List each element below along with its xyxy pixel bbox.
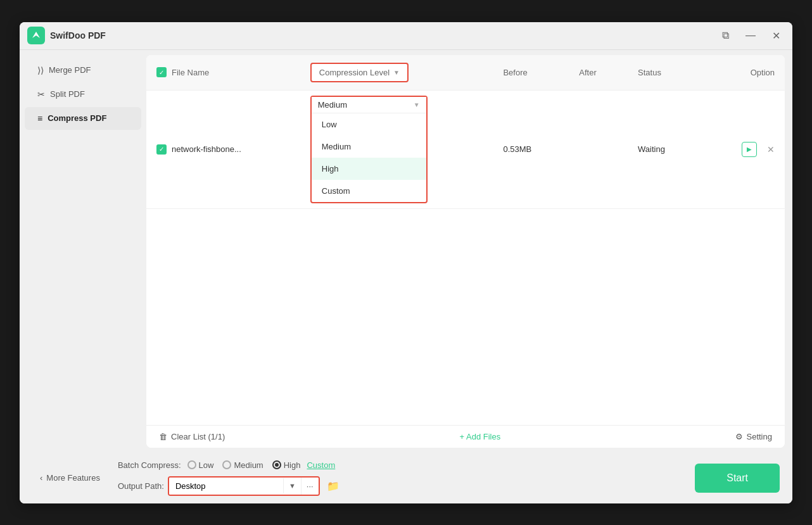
close-button[interactable]: ✕: [767, 27, 785, 44]
radio-circle-high: [272, 460, 281, 469]
footer-area: ‹ More Features Batch Compress: Low Medi…: [20, 453, 792, 503]
radio-high[interactable]: High: [272, 460, 301, 470]
split-icon: ✂: [37, 89, 45, 99]
cell-status: Waiting: [628, 90, 702, 208]
th-after: After: [569, 55, 628, 91]
chevron-left-icon: ‹: [40, 473, 42, 483]
custom-link[interactable]: Custom: [307, 460, 335, 470]
radio-group: Low Medium High: [187, 460, 301, 470]
radio-circle-medium: [222, 460, 231, 469]
merge-icon: ⟩⟩: [37, 65, 44, 75]
radio-low[interactable]: Low: [187, 460, 214, 470]
bottom-bar: 🗑 Clear List (1/1) + Add Files ⚙ Setting: [146, 425, 785, 448]
sidebar-item-split-pdf[interactable]: ✂ Split PDF: [25, 83, 141, 106]
start-button[interactable]: Start: [695, 464, 780, 493]
radio-medium[interactable]: Medium: [222, 460, 263, 470]
th-compression: Compression Level ▼: [310, 55, 493, 91]
app-logo: [27, 27, 45, 44]
sidebar-item-compress-pdf[interactable]: ≡ Compress PDF: [25, 107, 141, 130]
window-controls: ⧉ — ✕: [716, 27, 785, 44]
th-status: Status: [628, 55, 702, 91]
more-features-button[interactable]: ‹ More Features: [32, 468, 108, 488]
app-window: SwifDoo PDF ⧉ — ✕ ⟩⟩ Merge PDF ✂ Split P…: [20, 22, 792, 503]
select-all-checkbox[interactable]: ✓: [156, 67, 167, 77]
table-area: ✓ File Name Compression Level ▼: [146, 55, 785, 425]
output-path-input[interactable]: [169, 478, 283, 495]
dropdown-option-low[interactable]: Low: [312, 113, 426, 136]
sidebar-item-label-merge: Merge PDF: [49, 65, 91, 75]
files-table: ✓ File Name Compression Level ▼: [146, 55, 785, 209]
th-filename: ✓ File Name: [146, 55, 310, 91]
cell-before: 0.53MB: [493, 90, 569, 208]
cell-option: ▶ ✕: [702, 90, 785, 208]
app-title: SwifDoo PDF: [50, 30, 716, 41]
minimize-button[interactable]: —: [742, 27, 759, 44]
compress-icon: ≡: [37, 113, 42, 123]
dropdown-option-high[interactable]: High: [312, 158, 426, 180]
th-before: Before: [493, 55, 569, 91]
titlebar: SwifDoo PDF ⧉ — ✕: [20, 22, 792, 50]
row-checkbox[interactable]: ✓: [156, 144, 167, 155]
th-option: Option: [702, 55, 785, 91]
cell-after: [569, 90, 628, 208]
remove-button[interactable]: ✕: [767, 144, 775, 155]
settings-icon: ⚙: [735, 432, 743, 441]
sidebar-item-label-compress: Compress PDF: [48, 113, 106, 123]
add-files-button[interactable]: + Add Files: [460, 432, 501, 441]
trash-icon: 🗑: [159, 432, 167, 441]
compression-select[interactable]: Medium ▼: [312, 97, 426, 113]
cell-compression: Medium ▼ Low Medium: [310, 90, 493, 208]
footer-left: Batch Compress: Low Medium High: [118, 460, 343, 496]
sidebar-item-label-split: Split PDF: [50, 89, 85, 99]
open-folder-button[interactable]: 📁: [324, 476, 343, 495]
cell-filename: ✓ network-fishbone...: [146, 90, 310, 208]
output-path-dots-btn[interactable]: ···: [301, 478, 319, 495]
dropdown-option-custom[interactable]: Custom: [312, 180, 426, 202]
setting-button[interactable]: ⚙ Setting: [735, 432, 772, 441]
sidebar-item-merge-pdf[interactable]: ⟩⟩ Merge PDF: [25, 59, 141, 82]
main-content: ⟩⟩ Merge PDF ✂ Split PDF ≡ Compress PDF: [20, 50, 792, 453]
batch-compress-row: Batch Compress: Low Medium High: [118, 460, 343, 470]
content-area: ✓ File Name Compression Level ▼: [146, 55, 785, 448]
play-button[interactable]: ▶: [742, 142, 757, 157]
table-row: ✓ network-fishbone... Medium ▼: [146, 90, 785, 208]
output-path-dropdown-btn[interactable]: ▼: [283, 478, 301, 493]
output-path-row: Output Path: ▼ ··· 📁: [118, 476, 343, 496]
radio-circle-low: [187, 460, 196, 469]
sidebar: ⟩⟩ Merge PDF ✂ Split PDF ≡ Compress PDF: [20, 50, 146, 453]
select-arrow-icon: ▼: [414, 101, 420, 108]
dropdown-option-medium[interactable]: Medium: [312, 136, 426, 158]
clear-list-button[interactable]: 🗑 Clear List (1/1): [159, 432, 225, 441]
output-path-wrapper: ▼ ···: [168, 476, 320, 496]
restore-button[interactable]: ⧉: [716, 27, 734, 44]
compression-dropdown-icon: ▼: [393, 69, 400, 76]
